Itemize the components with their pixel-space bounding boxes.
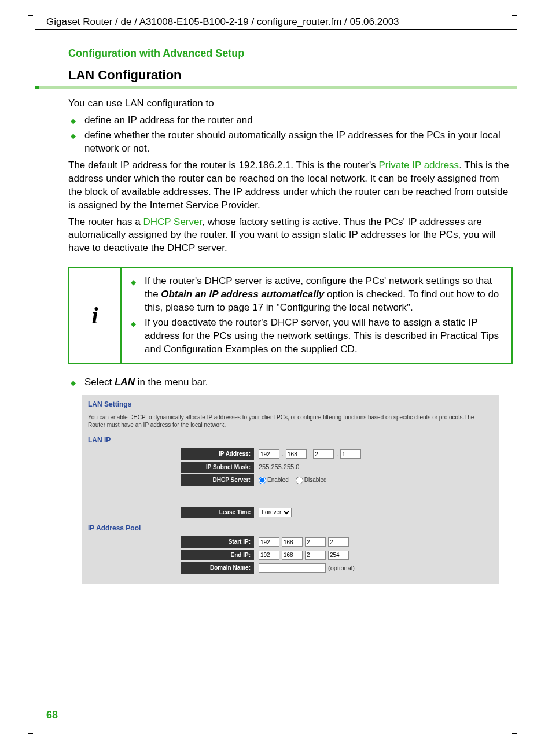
page-number: 68: [46, 709, 58, 721]
ui-lease-select[interactable]: Forever: [259, 508, 292, 517]
info-bullet-1: If the router's DHCP server is active, c…: [145, 275, 505, 315]
header-path: Gigaset Router / de / A31008-E105-B100-2…: [35, 16, 517, 30]
title-rule: [35, 86, 517, 89]
ui-end-oct1[interactable]: [259, 551, 279, 560]
ui-label-domain: Domain Name:: [181, 562, 254, 574]
dhcp-paragraph: The router has a DHCP Server, whose fact…: [68, 216, 513, 256]
ui-domain-optional: (optional): [328, 564, 355, 573]
info-bullet-2: If you deactivate the router's DHCP serv…: [145, 316, 505, 356]
ui-dhcp-disabled-radio[interactable]: [296, 477, 303, 484]
ui-label-start-ip: Start IP:: [181, 536, 254, 548]
ui-start-oct1[interactable]: [259, 537, 279, 547]
intro-text: You can use LAN configuration to: [68, 97, 513, 110]
ui-subnet-value: 255.255.255.0: [259, 463, 299, 471]
private-ip-link[interactable]: Private IP address: [379, 160, 459, 171]
ui-start-oct3[interactable]: [305, 537, 326, 547]
ui-label-lease: Lease Time: [181, 507, 254, 518]
dhcp-server-link[interactable]: DHCP Server: [143, 216, 202, 227]
ui-section-lan-ip: LAN IP: [88, 436, 493, 445]
ui-end-oct3[interactable]: [305, 551, 326, 560]
ui-ip-oct4[interactable]: [340, 449, 361, 459]
ui-end-oct2[interactable]: [282, 551, 303, 560]
info-icon: i: [69, 268, 122, 363]
ui-dhcp-enabled-radio[interactable]: [259, 477, 266, 484]
ui-start-oct2[interactable]: [282, 537, 303, 547]
router-ui-screenshot: LAN Settings You can enable DHCP to dyna…: [82, 395, 499, 584]
ui-label-end-ip: End IP:: [181, 550, 254, 561]
intro-bullet-1: define an IP address for the router and: [84, 114, 513, 127]
ui-label-subnet: IP Subnet Mask:: [181, 462, 254, 473]
ui-domain-input[interactable]: [259, 563, 326, 573]
chapter-title: Configuration with Advanced Setup: [68, 47, 513, 60]
section-title: LAN Configuration: [68, 68, 513, 83]
ui-ip-oct1[interactable]: [259, 449, 279, 459]
select-lan-bullet: Select LAN in the menu bar.: [84, 376, 513, 389]
ui-label-ip: IP Address:: [181, 448, 254, 460]
ui-start-oct4[interactable]: [328, 537, 349, 547]
ui-description: You can enable DHCP to dynamically alloc…: [88, 414, 493, 429]
info-box: i If the router's DHCP server is active,…: [68, 267, 513, 364]
ui-section-pool: IP Address Pool: [88, 523, 493, 533]
ui-end-oct4[interactable]: [328, 551, 349, 560]
intro-bullet-2: define whether the router should automat…: [84, 129, 513, 156]
default-ip-paragraph: The default IP address for the router is…: [68, 159, 513, 212]
ui-ip-oct2[interactable]: [286, 449, 307, 459]
ui-ip-oct3[interactable]: [313, 449, 334, 459]
ui-title: LAN Settings: [88, 400, 493, 409]
ui-label-dhcp: DHCP Server:: [181, 474, 254, 486]
